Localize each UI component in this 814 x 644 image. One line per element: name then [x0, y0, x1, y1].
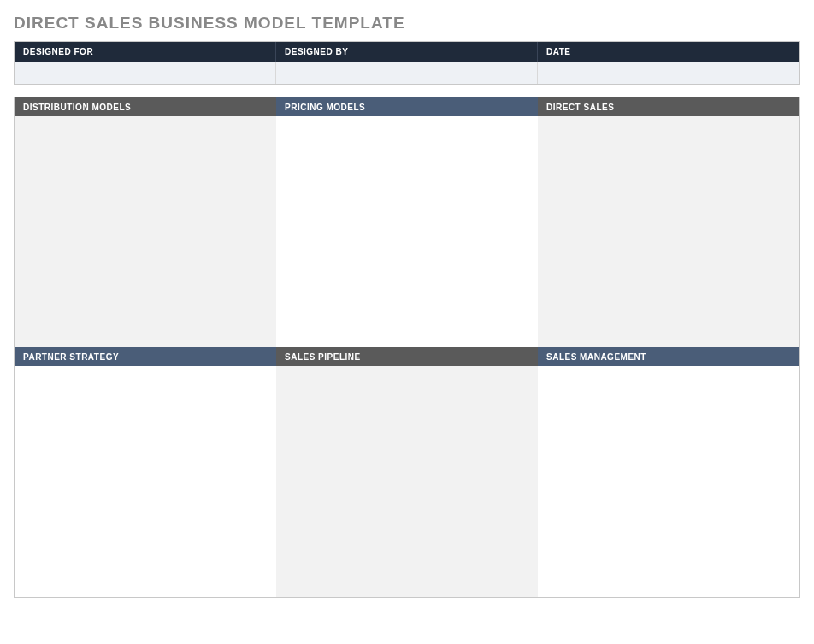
meta-cell-designed-for[interactable] [15, 62, 276, 84]
meta-cell-designed-by[interactable] [276, 62, 538, 84]
cell-sales-management[interactable] [538, 366, 799, 597]
main-grid: DISTRIBUTION MODELS PRICING MODELS DIREC… [14, 97, 800, 598]
header-sales-management: SALES MANAGEMENT [538, 347, 799, 366]
header-sales-pipeline: SALES PIPELINE [276, 347, 538, 366]
header-partner-strategy: PARTNER STRATEGY [15, 347, 276, 366]
meta-header-designed-by: DESIGNED BY [276, 42, 538, 62]
meta-table: DESIGNED FOR DESIGNED BY DATE [14, 41, 800, 85]
meta-header-date: DATE [538, 42, 799, 62]
cell-pricing-models[interactable] [276, 116, 538, 347]
header-distribution-models: DISTRIBUTION MODELS [15, 97, 276, 116]
cell-direct-sales[interactable] [538, 116, 799, 347]
meta-header-designed-for: DESIGNED FOR [15, 42, 276, 62]
header-pricing-models: PRICING MODELS [276, 97, 538, 116]
cell-sales-pipeline[interactable] [276, 366, 538, 597]
meta-cell-date[interactable] [538, 62, 799, 84]
header-direct-sales: DIRECT SALES [538, 97, 799, 116]
cell-distribution-models[interactable] [15, 116, 276, 347]
page-title: DIRECT SALES BUSINESS MODEL TEMPLATE [14, 14, 800, 32]
cell-partner-strategy[interactable] [15, 366, 276, 597]
